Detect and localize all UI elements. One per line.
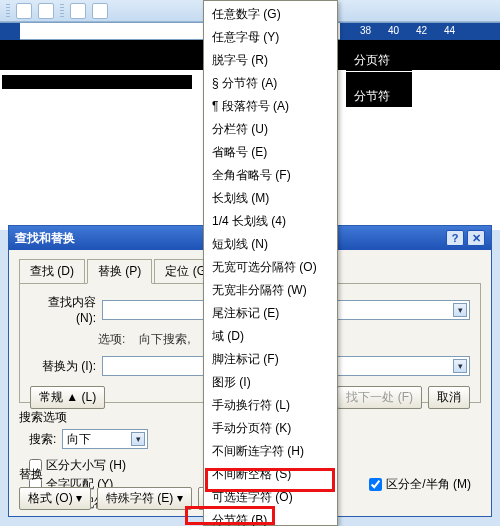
menu-item[interactable]: 脱字号 (R) xyxy=(204,49,337,72)
menu-item[interactable]: 无宽可选分隔符 (O) xyxy=(204,256,337,279)
window-buttons: ? ✕ xyxy=(446,230,485,246)
menu-item[interactable]: 无宽非分隔符 (W) xyxy=(204,279,337,302)
menu-item[interactable]: 长划线 (M) xyxy=(204,187,337,210)
tool-icon[interactable] xyxy=(70,3,86,19)
page-break-chip: 分页符 xyxy=(346,50,412,71)
less-button[interactable]: 常规 ▲ (L) xyxy=(30,386,105,409)
menu-item[interactable]: 手动换行符 (L) xyxy=(204,394,337,417)
menu-item[interactable]: 任意数字 (G) xyxy=(204,3,337,26)
selection-bar xyxy=(2,75,192,89)
section-break-chip: 分节符 xyxy=(346,86,412,107)
menu-item[interactable]: 尾注标记 (E) xyxy=(204,302,337,325)
ribbon-grip xyxy=(60,4,64,18)
hint-direction: 向下搜索, xyxy=(139,331,190,348)
menu-item[interactable]: 任意字母 (Y) xyxy=(204,26,337,49)
chevron-down-icon[interactable]: ▾ xyxy=(453,303,467,317)
tab-find[interactable]: 查找 (D) xyxy=(19,259,85,284)
ruler-label: 38 xyxy=(360,25,371,36)
chevron-down-icon[interactable]: ▾ xyxy=(131,432,145,446)
menu-item[interactable]: 手动分页符 (K) xyxy=(204,417,337,440)
close-icon[interactable]: ✕ xyxy=(467,230,485,246)
replace-label: 替换为 (I): xyxy=(30,358,96,375)
cancel-button[interactable]: 取消 xyxy=(428,386,470,409)
help-icon[interactable]: ? xyxy=(446,230,464,246)
chip-label: 分页符 xyxy=(354,52,390,69)
special-chars-menu: 任意数字 (G) 任意字母 (Y) 脱字号 (R) § 分节符 (A) ¶ 段落… xyxy=(203,0,338,526)
tab-replace[interactable]: 替换 (P) xyxy=(87,259,152,284)
ruler-label: 42 xyxy=(416,25,427,36)
highlight-special-button xyxy=(185,506,275,525)
combo-value: 向下 xyxy=(67,431,91,448)
format-button[interactable]: 格式 (O) ▾ xyxy=(19,487,91,510)
tool-icon[interactable] xyxy=(92,3,108,19)
tool-icon[interactable] xyxy=(16,3,32,19)
special-chars-button[interactable]: 特殊字符 (E) ▾ xyxy=(97,487,192,510)
selection-bar xyxy=(346,72,412,86)
menu-item[interactable]: 不间断连字符 (H) xyxy=(204,440,337,463)
menu-item[interactable]: 1/4 长划线 (4) xyxy=(204,210,337,233)
menu-item[interactable]: 脚注标记 (F) xyxy=(204,348,337,371)
menu-item[interactable]: 省略号 (E) xyxy=(204,141,337,164)
search-direction-combo[interactable]: 向下 ▾ xyxy=(62,429,148,449)
tool-icon[interactable] xyxy=(38,3,54,19)
menu-item[interactable]: 全角省略号 (F) xyxy=(204,164,337,187)
ruler-label: 44 xyxy=(444,25,455,36)
chip-label: 分节符 xyxy=(354,88,390,105)
menu-item[interactable]: 图形 (I) xyxy=(204,371,337,394)
search-direction-label: 搜索: xyxy=(29,431,56,448)
menu-item[interactable]: § 分节符 (A) xyxy=(204,72,337,95)
ruler-margin-left xyxy=(0,23,20,41)
menu-item[interactable]: 短划线 (N) xyxy=(204,233,337,256)
menu-item[interactable]: 域 (D) xyxy=(204,325,337,348)
ruler-label: 40 xyxy=(388,25,399,36)
chevron-down-icon[interactable]: ▾ xyxy=(453,359,467,373)
highlight-section-break xyxy=(205,468,335,492)
find-label: 查找内容 (N): xyxy=(30,294,96,325)
hint-label: 选项: xyxy=(98,331,125,348)
dialog-title: 查找和替换 xyxy=(15,230,75,247)
ribbon-grip xyxy=(6,4,10,18)
find-next-button[interactable]: 找下一处 (F) xyxy=(337,386,422,409)
menu-item[interactable]: 分栏符 (U) xyxy=(204,118,337,141)
menu-item[interactable]: ¶ 段落符号 (A) xyxy=(204,95,337,118)
